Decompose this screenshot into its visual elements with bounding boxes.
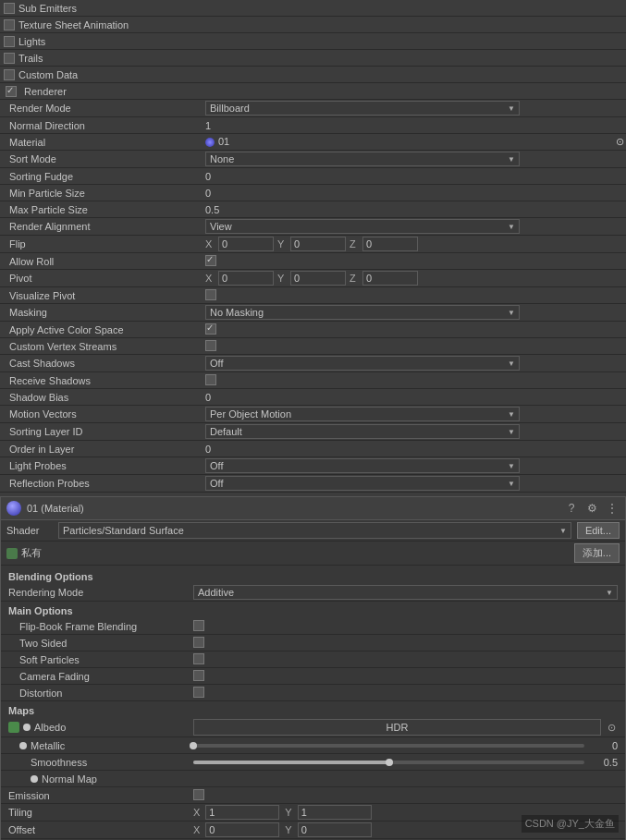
emission-checkbox[interactable] — [193, 789, 204, 800]
renderer-xyz-y-8[interactable] — [290, 237, 346, 251]
maps-title: Maps — [1, 701, 625, 718]
renderer-dropdown-15[interactable]: Off▼ — [205, 356, 520, 371]
mat-pick-icon[interactable]: ⊙ — [616, 136, 624, 148]
renderer-row-16: Receive Shadows — [0, 372, 626, 389]
renderer-xyz-x-8[interactable] — [218, 237, 274, 251]
material-menu-icon[interactable]: ⋮ — [605, 501, 620, 516]
renderer-xyz-x-10[interactable] — [218, 271, 274, 286]
renderer-row-5: Min Particle Size0 — [0, 185, 626, 201]
main-option-checkbox-3[interactable] — [193, 670, 204, 681]
renderer-row-15: Cast ShadowsOff▼ — [0, 355, 626, 372]
material-settings-icon[interactable]: ⚙ — [584, 501, 599, 516]
top-list-checkbox-1[interactable] — [4, 19, 15, 30]
rendering-mode-value[interactable]: Additive ▼ — [193, 585, 618, 600]
albedo-pick-icon[interactable]: ⊙ — [605, 721, 618, 734]
renderer-row-8: Flip X Y Z — [0, 236, 626, 253]
renderer-value-10: X Y Z — [205, 271, 624, 286]
renderer-label-17: Shadow Bias — [2, 392, 205, 403]
tiling-x-input[interactable] — [205, 805, 279, 820]
renderer-label-3: Sort Mode — [2, 153, 205, 164]
offset-x-input[interactable] — [205, 822, 279, 837]
top-list-checkbox-4[interactable] — [4, 69, 15, 80]
renderer-dropdown-19[interactable]: Default▼ — [205, 424, 520, 439]
renderer-row-6: Max Particle Size0.5 — [0, 201, 626, 218]
renderer-value-8: X Y Z — [205, 237, 624, 251]
add-button[interactable]: 添加... — [574, 543, 620, 563]
renderer-dropdown-0[interactable]: Billboard▼ — [205, 101, 520, 116]
main-option-checkbox-4[interactable] — [193, 687, 204, 698]
material-title: 01 (Material) — [27, 503, 558, 514]
main-option-checkbox-2[interactable] — [193, 653, 204, 664]
renderer-value-14 — [205, 340, 624, 353]
metallic-slider-track[interactable] — [193, 744, 584, 748]
main-option-checkbox-1[interactable] — [193, 637, 204, 648]
private-label: 私有 — [21, 546, 42, 560]
rendering-mode-dropdown[interactable]: Additive ▼ — [193, 585, 618, 600]
top-list-item-2: Lights — [0, 33, 626, 50]
smoothness-slider-thumb[interactable] — [386, 759, 393, 766]
top-list-checkbox-0[interactable] — [4, 3, 15, 14]
renderer-label-12: Masking — [2, 307, 205, 318]
shader-dropdown-arrow: ▼ — [559, 527, 567, 535]
main-option-label-1: Two Sided — [8, 638, 193, 649]
main-option-label-4: Distortion — [8, 688, 193, 699]
main-option-label-0: Flip-Book Frame Blending — [8, 621, 193, 632]
renderer-value-16 — [205, 374, 624, 387]
renderer-dropdown-18[interactable]: Per Object Motion▼ — [205, 407, 520, 421]
main-option-row-3: Camera Fading — [1, 668, 625, 685]
material-help-icon[interactable]: ? — [564, 501, 579, 516]
renderer-xyz-z-10[interactable] — [362, 271, 418, 286]
albedo-circle — [23, 724, 31, 731]
renderer-value-7: View▼ — [205, 219, 624, 234]
renderer-dropdown-12[interactable]: No Masking▼ — [205, 305, 520, 320]
renderer-row-14: Custom Vertex Streams — [0, 338, 626, 355]
normal-map-row: Normal Map — [1, 771, 625, 787]
top-list-label-3: Trails — [18, 53, 43, 64]
top-list-label-0: Sub Emitters — [18, 3, 77, 14]
top-list: Sub EmittersTexture Sheet AnimationLight… — [0, 0, 626, 83]
smoothness-slider-track[interactable] — [193, 761, 584, 764]
material-body: Blending Options Rendering Mode Additive… — [1, 566, 625, 840]
tiling-y-input[interactable] — [298, 805, 372, 820]
metallic-label: Metallic — [31, 740, 65, 751]
renderer-checkbox-13[interactable] — [205, 323, 216, 335]
renderer-checkbox-11[interactable] — [205, 289, 216, 300]
top-list-checkbox-3[interactable] — [4, 53, 15, 64]
renderer-row-1: Normal Direction1 — [0, 117, 626, 134]
main-option-label-2: Soft Particles — [8, 654, 193, 665]
renderer-checkbox-9[interactable] — [205, 255, 216, 266]
shader-dropdown[interactable]: Particles/Standard Surface ▼ — [58, 522, 571, 539]
material-icon — [6, 501, 21, 516]
renderer-dropdown-21[interactable]: Off▼ — [205, 458, 520, 473]
main-option-value-3 — [193, 670, 618, 683]
main-panel: Sub EmittersTexture Sheet AnimationLight… — [0, 0, 626, 840]
renderer-dropdown-7[interactable]: View▼ — [205, 219, 520, 234]
renderer-label-21: Light Probes — [2, 460, 205, 471]
renderer-checkbox-14[interactable] — [205, 340, 216, 351]
main-options-title: Main Options — [1, 602, 625, 618]
renderer-xyz-z-8[interactable] — [362, 237, 418, 251]
metallic-slider-thumb[interactable] — [190, 742, 197, 749]
mat-sphere-icon — [205, 138, 215, 147]
main-option-checkbox-0[interactable] — [193, 620, 204, 631]
hdr-button[interactable]: HDR — [193, 719, 601, 736]
renderer-xyz-y-10[interactable] — [290, 271, 346, 286]
main-option-row-0: Flip-Book Frame Blending — [1, 618, 625, 635]
renderer-value-2: 01 ⊙ — [205, 136, 624, 148]
smoothness-row: Smoothness 0.5 — [1, 754, 625, 771]
renderer-section-header[interactable]: Renderer — [0, 83, 626, 100]
renderer-row-19: Sorting Layer IDDefault▼ — [0, 423, 626, 441]
edit-button[interactable]: Edit... — [577, 522, 620, 539]
renderer-row-10: Pivot X Y Z — [0, 270, 626, 287]
main-option-row-1: Two Sided — [1, 635, 625, 651]
renderer-row-21: Light ProbesOff▼ — [0, 457, 626, 475]
renderer-value-13 — [205, 323, 624, 336]
renderer-dropdown-3[interactable]: None▼ — [205, 152, 520, 166]
renderer-label-13: Apply Active Color Space — [2, 324, 205, 335]
offset-y-input[interactable] — [298, 822, 372, 837]
top-list-checkbox-2[interactable] — [4, 36, 15, 47]
renderer-checkbox[interactable] — [6, 86, 17, 97]
renderer-checkbox-16[interactable] — [205, 374, 216, 385]
renderer-dropdown-22[interactable]: Off▼ — [205, 476, 520, 491]
normal-map-circle — [31, 775, 38, 783]
